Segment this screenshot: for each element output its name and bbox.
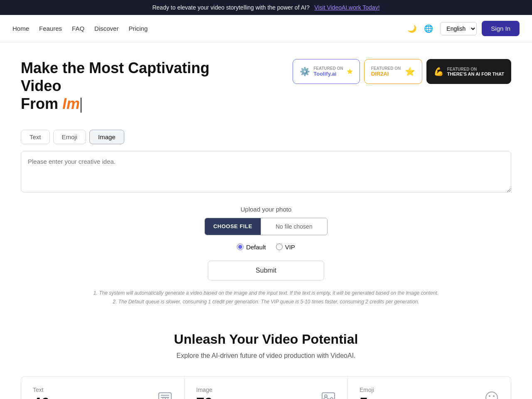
nav-discover[interactable]: Discover (94, 25, 118, 32)
badge-toolify-icon: ⚙️ (300, 66, 310, 76)
submit-button[interactable]: Submit (208, 261, 324, 281)
cursor-blink (81, 98, 81, 113)
unleash-subtext: Explore the AI-driven future of video pr… (21, 352, 511, 360)
stat-image: Image 79 (185, 377, 348, 399)
banner-link[interactable]: Visit VideoAI.work Today! (314, 4, 379, 11)
language-select[interactable]: English (440, 22, 477, 35)
radio-vip[interactable]: VIP (276, 244, 295, 251)
tab-text[interactable]: Text (21, 130, 50, 144)
tab-image[interactable]: Image (89, 130, 124, 144)
unleash-heading: Unleash Your Video Potential (21, 332, 511, 347)
main-content: Make the Most Captivating Video From Im … (8, 42, 524, 399)
stat-text-icon: TXT (158, 390, 172, 399)
stats-row: Text 46 TXT Image 79 (21, 376, 511, 399)
hero-text: Make the Most Captivating Video From Im (21, 59, 229, 113)
svg-point-9 (493, 395, 495, 397)
radio-vip-input[interactable] (276, 244, 283, 250)
nav-pricing[interactable]: Pricing (128, 25, 148, 32)
file-name-display: No file chosen (261, 218, 327, 235)
badge-theresan: 💪 FEATURED ON THERE'S AN AI FOR THAT (426, 59, 511, 84)
nav-right: 🌙 🌐 English Sign In (405, 21, 520, 36)
badge-dir2ai: FEATURED ON DIR2AI ⭐ (364, 59, 422, 84)
translate-icon[interactable]: 🌐 (422, 22, 435, 35)
upload-label: Upload your photo (21, 206, 511, 213)
hero-heading: Make the Most Captivating Video From Im (21, 59, 229, 113)
tab-emoji[interactable]: Emoji (53, 130, 86, 144)
hero-section: Make the Most Captivating Video From Im … (21, 59, 511, 113)
form-notes: 1. The system will automatically generat… (21, 289, 511, 307)
badge-theresan-icon: 💪 (433, 66, 444, 76)
svg-point-8 (489, 395, 490, 397)
stat-text: Text 46 TXT (21, 377, 185, 399)
svg-point-7 (486, 392, 498, 399)
unleash-section: Unleash Your Video Potential Explore the… (21, 307, 511, 376)
nav-features[interactable]: Feaures (39, 25, 62, 32)
svg-text:TXT: TXT (162, 397, 169, 399)
radio-default-input[interactable] (237, 244, 244, 250)
hero-badges: ⚙️ FEATURED ON Toolify.ai ⭐ FEATURED ON … (293, 59, 511, 84)
upload-section: Upload your photo CHOOSE FILE No file ch… (21, 206, 511, 307)
choose-file-button[interactable]: CHOOSE FILE (205, 218, 261, 235)
banner-text: Ready to elevate your video storytelling… (152, 4, 309, 11)
file-input-row: CHOOSE FILE No file chosen (21, 218, 511, 235)
badge-dir2ai-icon: ⭐ (405, 66, 415, 76)
stat-image-icon (321, 390, 336, 399)
nav-faq[interactable]: FAQ (72, 25, 84, 32)
sign-in-button[interactable]: Sign In (482, 21, 520, 36)
theme-icons: 🌙 🌐 (405, 22, 435, 35)
nav-links: Home Feaures FAQ Discover Pricing (12, 25, 148, 32)
badge-toolify: ⚙️ FEATURED ON Toolify.ai ⭐ (293, 59, 360, 84)
radio-default[interactable]: Default (237, 244, 266, 251)
stat-emoji: Emoji 5 (348, 377, 511, 399)
nav-home[interactable]: Home (12, 25, 29, 32)
star-icon: ⭐ (347, 69, 353, 74)
input-tabs: Text Emoji Image (21, 130, 511, 144)
navbar: Home Feaures FAQ Discover Pricing 🌙 🌐 En… (0, 15, 532, 42)
file-input-wrapper: CHOOSE FILE No file chosen (204, 218, 328, 235)
top-banner: Ready to elevate your video storytelling… (0, 0, 532, 15)
queue-radio-group: Default VIP (21, 244, 511, 251)
dark-mode-icon[interactable]: 🌙 (405, 22, 419, 35)
idea-textarea[interactable] (21, 151, 511, 192)
stat-emoji-icon (484, 390, 499, 399)
